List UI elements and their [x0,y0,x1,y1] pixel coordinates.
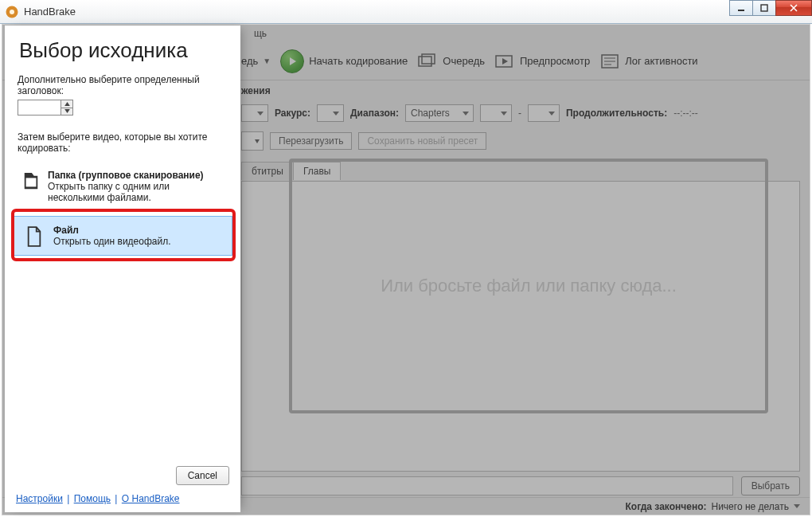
specific-title-section: Дополнительно выберите определенный заго… [5,71,240,119]
preview-icon [494,53,515,70]
spinner-up-icon[interactable] [61,100,72,108]
specific-title-input[interactable] [18,100,61,116]
reload-preset-button[interactable]: Перезагрузить [270,132,352,150]
range-dash: - [518,108,521,119]
save-preset-button[interactable]: Сохранить новый пресет [358,132,486,150]
svg-rect-11 [26,178,37,186]
menu-help-stub[interactable]: щь [254,28,267,39]
folder-icon [22,170,40,192]
duration-label: Продолжительность: [566,108,667,119]
then-select-label: Затем выберите видео, которые вы хотите … [5,128,240,157]
destination-row: Выбрать [241,475,800,497]
preview-button[interactable]: Предпросмотр [494,53,590,70]
handbrake-icon [5,5,19,19]
file-icon [23,225,45,247]
queue-icon [417,53,438,70]
source-option-file[interactable]: Файл Открыть один видеофайл. [13,216,232,256]
settings-link[interactable]: Настройки [16,493,63,504]
browse-button[interactable]: Выбрать [741,476,800,495]
range-start-select[interactable] [480,104,512,122]
play-icon [280,49,304,73]
source-label-stub: жения [241,85,271,96]
source-dropdown[interactable]: едь ▼ [241,55,271,67]
source-panel-heading: Выбор исходника [5,25,240,71]
svg-rect-3 [761,5,767,11]
close-button[interactable] [775,0,812,16]
range-end-select[interactable] [528,104,560,122]
log-icon [599,53,620,70]
activity-log-button[interactable]: Лог активности [599,53,697,70]
svg-rect-4 [419,57,431,66]
svg-point-1 [10,10,14,14]
drop-zone[interactable]: Или бросьте файл или папку сюда... [289,159,768,413]
svg-rect-2 [738,10,744,11]
tab-subtitles[interactable]: бтитры [241,162,294,180]
range-label: Диапазон: [350,108,399,119]
specific-title-label: Дополнительно выберите определенный заго… [18,74,228,96]
file-option-title: Файл [53,225,171,236]
chevron-down-icon: ▼ [263,57,271,65]
queue-button[interactable]: Очередь [417,53,485,70]
source-selection-panel: Выбор исходника Дополнительно выберите о… [5,25,240,512]
file-option-desc: Открыть один видеофайл. [53,236,171,247]
footer-links: Настройки | Помощь | О HandBrake [16,485,229,504]
app-title: HandBrake [24,6,76,18]
folder-option-desc: Открыть папку с одним или несколькими фа… [48,181,223,203]
minimize-button[interactable] [729,0,753,16]
source-option-folder[interactable]: Папка (групповое сканирование) Открыть п… [13,162,232,211]
title-select[interactable] [241,104,268,122]
specific-title-spinner[interactable] [18,100,228,116]
maximize-button[interactable] [752,0,776,16]
destination-input[interactable] [241,476,733,495]
help-link[interactable]: Помощь [74,493,111,504]
preset-step-button[interactable] [241,131,264,151]
angle-label: Ракурс: [275,108,310,119]
drop-zone-text: Или бросьте файл или папку сюда... [381,276,677,296]
titlebar: HandBrake [0,0,812,24]
folder-option-title: Папка (групповое сканирование) [48,170,223,181]
svg-rect-5 [422,54,435,64]
source-panel-footer: Cancel Настройки | Помощь | О HandBrake [5,460,240,512]
start-encode-button[interactable]: Начать кодирование [280,49,408,73]
angle-select[interactable] [317,104,344,122]
when-done-dropdown[interactable]: Ничего не делать [712,501,801,512]
about-link[interactable]: О HandBrake [122,493,180,504]
when-done-label: Когда закончено: [626,501,707,512]
window-controls [730,0,812,16]
range-type-select[interactable]: Chapters [405,104,474,122]
cancel-button[interactable]: Cancel [176,466,229,485]
spinner-down-icon[interactable] [61,108,72,116]
duration-value: --:--:-- [673,108,698,119]
